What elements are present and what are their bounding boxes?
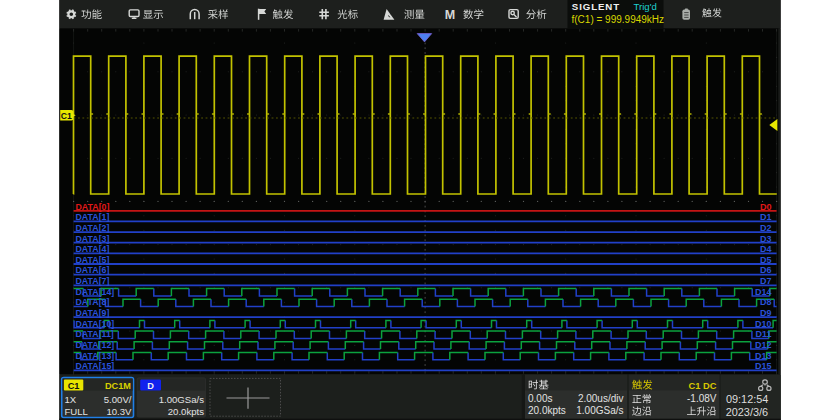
svg-text:DATA[6]: DATA[6] xyxy=(76,265,110,275)
svg-text:0.00s: 0.00s xyxy=(528,393,552,404)
svg-text:D12: D12 xyxy=(755,340,772,350)
svg-text:C1: C1 xyxy=(68,381,80,391)
svg-text:D15: D15 xyxy=(755,361,772,371)
svg-text:FULL: FULL xyxy=(65,406,89,417)
svg-text:D3: D3 xyxy=(760,234,772,244)
svg-text:C1 DC: C1 DC xyxy=(689,381,717,391)
svg-text:20.0kpts: 20.0kpts xyxy=(528,405,566,416)
svg-text:10.3V: 10.3V xyxy=(106,406,132,417)
svg-text:DATA[10]: DATA[10] xyxy=(76,319,115,329)
svg-text:DATA[14]: DATA[14] xyxy=(76,287,115,297)
svg-text:D9: D9 xyxy=(760,308,772,318)
svg-text:D: D xyxy=(147,381,154,391)
svg-text:f(C1) = 999.9949kHz: f(C1) = 999.9949kHz xyxy=(572,14,665,25)
svg-text:DATA[1]: DATA[1] xyxy=(76,212,110,222)
svg-text:1.00GSa/s: 1.00GSa/s xyxy=(576,405,623,416)
svg-text:D0: D0 xyxy=(760,202,772,212)
svg-text:D14: D14 xyxy=(755,287,772,297)
svg-text:C1: C1 xyxy=(61,111,72,121)
svg-text:DATA[7]: DATA[7] xyxy=(76,276,110,286)
svg-text:2.00us/div: 2.00us/div xyxy=(578,393,624,404)
svg-text:1.00GSa/s: 1.00GSa/s xyxy=(159,394,205,405)
svg-text:D8: D8 xyxy=(760,297,772,307)
svg-text:1X: 1X xyxy=(65,394,77,405)
svg-text:M: M xyxy=(445,8,455,22)
svg-text:DATA[0]: DATA[0] xyxy=(76,202,110,212)
svg-text:D2: D2 xyxy=(760,223,772,233)
svg-text:-1.08V: -1.08V xyxy=(687,393,717,404)
svg-text:DATA[4]: DATA[4] xyxy=(76,244,110,254)
svg-text:09:12:54: 09:12:54 xyxy=(726,393,768,405)
svg-text:D11: D11 xyxy=(755,329,771,339)
svg-text:DATA[13]: DATA[13] xyxy=(76,351,115,361)
svg-text:2023/3/6: 2023/3/6 xyxy=(726,406,768,418)
svg-text:DATA[8]: DATA[8] xyxy=(76,297,110,307)
svg-text:D7: D7 xyxy=(760,276,772,286)
svg-text:D1: D1 xyxy=(760,212,772,222)
svg-text:5.00V/: 5.00V/ xyxy=(104,394,132,405)
svg-text:DATA[9]: DATA[9] xyxy=(76,308,110,318)
svg-text:DC1M: DC1M xyxy=(105,381,131,391)
svg-text:DATA[3]: DATA[3] xyxy=(76,234,110,244)
svg-text:D13: D13 xyxy=(755,351,772,361)
svg-text:DATA[11]: DATA[11] xyxy=(76,329,114,339)
svg-text:D10: D10 xyxy=(755,319,772,329)
svg-text:D5: D5 xyxy=(760,255,772,265)
svg-text:Trig'd: Trig'd xyxy=(634,1,657,12)
svg-text:SIGLENT: SIGLENT xyxy=(572,1,620,12)
svg-text:20.0kpts: 20.0kpts xyxy=(168,406,204,417)
svg-text:D4: D4 xyxy=(760,244,772,254)
svg-text:D6: D6 xyxy=(760,265,772,275)
svg-text:DATA[2]: DATA[2] xyxy=(76,223,110,233)
svg-text:DATA[15]: DATA[15] xyxy=(76,361,115,371)
svg-text:DATA[12]: DATA[12] xyxy=(76,340,115,350)
svg-text:DATA[5]: DATA[5] xyxy=(76,255,110,265)
